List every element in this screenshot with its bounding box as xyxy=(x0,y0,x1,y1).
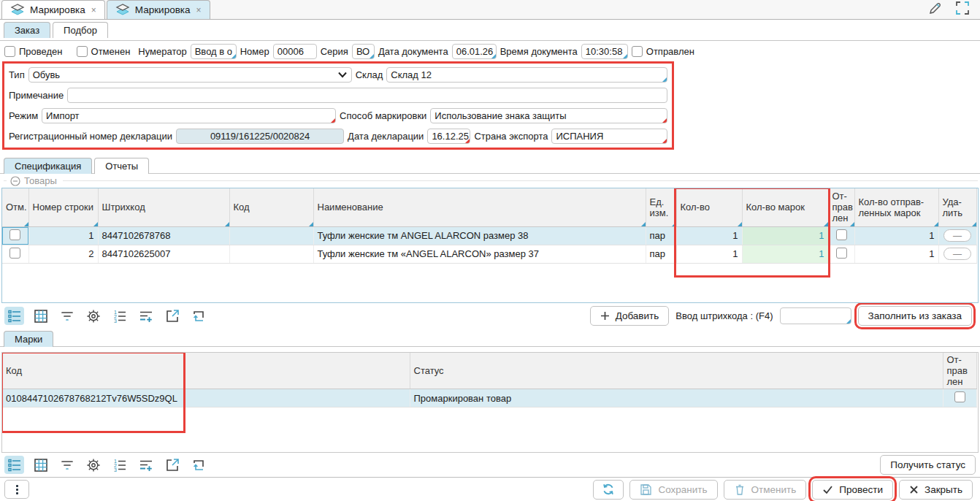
tab-selection[interactable]: Подбор xyxy=(53,22,108,38)
save-button[interactable]: Сохранить xyxy=(629,480,717,500)
warehouse-field[interactable]: Склад 12 xyxy=(386,67,667,83)
window-tab-marking-2[interactable]: Маркировка × xyxy=(107,0,210,19)
col-barcode[interactable]: Штрихкод xyxy=(98,188,229,226)
col-mark[interactable]: Отм. xyxy=(2,188,28,226)
window-tab-bar: Маркировка × Маркировка × xyxy=(0,0,980,20)
settings-icon[interactable] xyxy=(83,307,103,325)
grid-icon[interactable] xyxy=(31,456,50,474)
list-view-icon[interactable] xyxy=(4,456,24,474)
row-mark-checkbox[interactable] xyxy=(9,229,20,240)
document-form-section: Тип Обувь Склад Склад 12 Примечание Режи… xyxy=(2,61,674,150)
barcode-entry-input[interactable] xyxy=(780,307,851,324)
main-tab-strip: Заказ Подбор xyxy=(0,20,980,41)
col-line-no[interactable]: Номер строки xyxy=(28,188,98,226)
tab-marks[interactable]: Марки xyxy=(4,331,53,347)
reg-number-label: Регистрационный номер декларации xyxy=(9,131,172,142)
section-tab-strip: Спецификация Отчеты xyxy=(0,156,980,174)
marks-toolbar: 123 Получить статус xyxy=(0,453,980,477)
col-qty[interactable]: Кол-во xyxy=(676,188,742,226)
numbered-list-icon[interactable]: 123 xyxy=(110,456,129,474)
add-rows-icon[interactable] xyxy=(136,456,156,474)
col-delete[interactable]: Уда- лить xyxy=(938,188,976,226)
goods-group-header: Товары xyxy=(0,174,980,188)
collapse-icon[interactable] xyxy=(10,176,20,186)
open-external-icon[interactable] xyxy=(162,456,182,474)
fill-from-order-button[interactable]: Заполнить из заказа xyxy=(858,306,972,326)
mode-label: Режим xyxy=(9,110,38,121)
series-field[interactable]: ВО xyxy=(352,44,375,59)
marking-method-field[interactable]: Использование знака защиты xyxy=(430,108,667,123)
doc-time-label: Время документа xyxy=(500,46,578,57)
doc-time-field[interactable]: 10:30:58 xyxy=(581,44,628,59)
col-marks-qty[interactable]: Кол-во марок xyxy=(742,188,828,226)
chevron-down-icon xyxy=(337,72,348,78)
edit-pencil-icon[interactable] xyxy=(927,0,943,16)
layers-icon xyxy=(115,4,130,16)
fullscreen-icon[interactable] xyxy=(955,1,970,15)
table-row[interactable]: 1 8447102678768 Туфли женские тм ANGEL A… xyxy=(2,226,976,245)
marking-document-window: Маркировка × Маркировка × xyxy=(0,0,980,501)
delete-row-button[interactable]: — xyxy=(943,248,971,260)
goods-group-label: Товары xyxy=(24,175,57,186)
mark-sent-checkbox[interactable] xyxy=(954,391,965,402)
number-field[interactable]: 00006 xyxy=(273,44,317,59)
mode-field[interactable]: Импорт xyxy=(42,108,336,123)
reload-icon[interactable] xyxy=(188,456,208,474)
posted-checkbox[interactable] xyxy=(4,46,15,57)
declaration-date-field[interactable]: 16.12.25 xyxy=(427,129,470,144)
export-country-field[interactable]: ИСПАНИЯ xyxy=(551,129,667,144)
save-icon xyxy=(640,483,652,496)
col-name[interactable]: Наименование xyxy=(313,188,646,226)
row-sent-checkbox[interactable] xyxy=(836,248,847,259)
refresh-button[interactable] xyxy=(593,480,624,500)
cancelled-checkbox[interactable] xyxy=(77,46,88,57)
type-select[interactable]: Обувь xyxy=(28,67,352,83)
close-button[interactable]: Закрыть xyxy=(899,480,973,500)
sent-label: Отправлен xyxy=(646,46,694,57)
col-unit[interactable]: Ед. изм. xyxy=(646,188,676,226)
tab-specification-label: Спецификация xyxy=(15,161,81,172)
get-status-button[interactable]: Получить статус xyxy=(880,455,976,475)
numbered-list-icon[interactable]: 123 xyxy=(110,307,129,325)
row-mark-checkbox[interactable] xyxy=(9,248,20,259)
sent-checkbox[interactable] xyxy=(632,46,643,57)
delete-row-button[interactable]: — xyxy=(943,229,971,242)
warehouse-label: Склад xyxy=(356,69,383,80)
svg-text:3: 3 xyxy=(114,467,117,472)
plus-icon xyxy=(600,311,610,321)
col-mark-status[interactable]: Статус xyxy=(410,353,943,389)
close-icon[interactable]: × xyxy=(196,5,202,15)
open-external-icon[interactable] xyxy=(162,307,182,325)
tab-order[interactable]: Заказ xyxy=(4,22,50,38)
table-row[interactable]: 2 8447102625007 Туфли женские тм «ANGEL … xyxy=(2,245,976,263)
post-button[interactable]: Провести xyxy=(812,480,893,500)
col-mark-code[interactable]: Код xyxy=(2,353,410,389)
number-label: Номер xyxy=(240,46,269,57)
table-row[interactable]: 0108447102678768212Tv76W5SDz9QL Промарки… xyxy=(2,389,976,408)
tab-specification[interactable]: Спецификация xyxy=(4,158,92,174)
specification-toolbar: 123 Добавить Ввод штрихкода : (F4) Запол… xyxy=(0,303,980,329)
settings-icon[interactable] xyxy=(83,456,103,474)
more-menu-button[interactable] xyxy=(4,480,29,499)
col-code[interactable]: Код xyxy=(229,188,313,226)
col-sent-marks-qty[interactable]: Кол-во отправ- ленных марок xyxy=(854,188,938,226)
col-sent[interactable]: От- прав лен xyxy=(828,188,854,226)
col-mark-sent[interactable]: От- прав лен xyxy=(943,353,976,389)
filter-icon[interactable] xyxy=(57,307,77,325)
row-sent-checkbox[interactable] xyxy=(836,229,847,240)
add-button[interactable]: Добавить xyxy=(590,306,670,326)
reload-icon[interactable] xyxy=(188,307,208,325)
tab-selection-label: Подбор xyxy=(64,25,97,36)
doc-date-field[interactable]: 06.01.26 xyxy=(452,44,497,59)
cancel-button[interactable]: Отменить xyxy=(724,480,807,500)
add-rows-icon[interactable] xyxy=(136,307,156,325)
numerator-field[interactable]: Ввод в о xyxy=(191,44,237,59)
note-label: Примечание xyxy=(9,90,64,101)
grid-icon[interactable] xyxy=(31,307,50,325)
window-tab-marking-1[interactable]: Маркировка × xyxy=(1,0,105,19)
close-icon[interactable]: × xyxy=(91,5,96,15)
filter-icon[interactable] xyxy=(57,456,77,474)
note-field[interactable] xyxy=(67,88,667,103)
list-view-icon[interactable] xyxy=(4,307,24,325)
tab-reports[interactable]: Отчеты xyxy=(94,158,149,174)
